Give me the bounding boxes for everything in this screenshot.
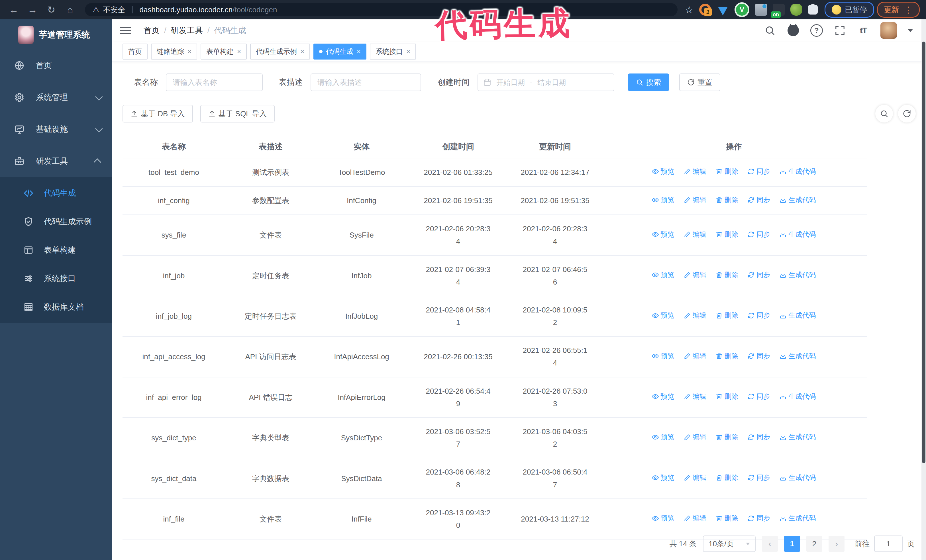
delete-link[interactable]: 删除 (716, 309, 738, 321)
sync-link[interactable]: 同步 (747, 194, 770, 206)
edit-link[interactable]: 编辑 (684, 229, 706, 240)
caret-down-icon[interactable] (908, 29, 913, 32)
preview-link[interactable]: 预览 (652, 391, 675, 403)
delete-link[interactable]: 删除 (716, 512, 738, 524)
profile-paused-badge[interactable]: 已暂停 (825, 2, 874, 18)
generate-code-link[interactable]: 生成代码 (779, 350, 816, 362)
kebab-menu-icon[interactable]: ⋮ (904, 5, 912, 15)
sidebar-item-home[interactable]: 首页 (0, 50, 112, 82)
refresh-icon[interactable] (898, 105, 916, 122)
generate-code-link[interactable]: 生成代码 (779, 512, 816, 524)
table-name-input[interactable] (166, 74, 263, 91)
edit-link[interactable]: 编辑 (684, 269, 706, 281)
import-db-button[interactable]: 基于 DB 导入 (123, 105, 193, 122)
sidebar-item-codegen[interactable]: 代码生成 (0, 179, 112, 207)
sidebar-item-system-api[interactable]: 系统接口 (0, 264, 112, 293)
prev-page-button[interactable]: ‹ (762, 536, 778, 552)
sync-link[interactable]: 同步 (747, 350, 770, 362)
sync-link[interactable]: 同步 (747, 166, 770, 177)
fullscreen-icon[interactable] (834, 24, 846, 37)
sidebar-item-form-builder[interactable]: 表单构建 (0, 236, 112, 264)
generate-code-link[interactable]: 生成代码 (779, 431, 816, 443)
security-label[interactable]: 不安全 (103, 5, 126, 15)
reset-button[interactable]: 重置 (679, 74, 720, 91)
tab-codegen[interactable]: 代码生成× (313, 44, 366, 60)
sidebar-item-codegen-example[interactable]: 代码生成示例 (0, 207, 112, 236)
tab-tracing[interactable]: 链路追踪× (151, 44, 197, 60)
tab-codegen-example[interactable]: 代码生成示例× (250, 44, 310, 60)
import-sql-button[interactable]: 基于 SQL 导入 (200, 105, 275, 122)
back-icon[interactable]: ← (6, 2, 21, 17)
close-icon[interactable]: × (188, 48, 191, 56)
menu-collapse-icon[interactable] (120, 26, 131, 35)
edit-link[interactable]: 编辑 (684, 350, 706, 362)
sync-link[interactable]: 同步 (747, 391, 770, 403)
tab-system-api[interactable]: 系统接口× (370, 44, 416, 60)
generate-code-link[interactable]: 生成代码 (779, 166, 816, 177)
sync-link[interactable]: 同步 (747, 309, 770, 321)
avatar[interactable] (881, 22, 897, 39)
page-button-1[interactable]: 1 (784, 536, 800, 552)
edit-link[interactable]: 编辑 (684, 472, 706, 484)
extension-green-icon[interactable]: V (735, 2, 749, 17)
close-icon[interactable]: × (357, 48, 361, 56)
scrollbar-track[interactable] (921, 20, 926, 560)
delete-link[interactable]: 删除 (716, 229, 738, 240)
edit-link[interactable]: 编辑 (684, 431, 706, 443)
preview-link[interactable]: 预览 (652, 269, 675, 281)
close-icon[interactable]: × (406, 48, 410, 56)
sync-link[interactable]: 同步 (747, 431, 770, 443)
edit-link[interactable]: 编辑 (684, 512, 706, 524)
sidebar-item-system[interactable]: 系统管理 (0, 82, 112, 113)
generate-code-link[interactable]: 生成代码 (779, 269, 816, 281)
generate-code-link[interactable]: 生成代码 (779, 391, 816, 403)
sync-link[interactable]: 同步 (747, 472, 770, 484)
next-page-button[interactable]: › (829, 536, 844, 552)
bookmark-star-icon[interactable]: ☆ (685, 4, 693, 15)
preview-link[interactable]: 预览 (652, 309, 675, 321)
preview-link[interactable]: 预览 (652, 431, 675, 443)
sync-link[interactable]: 同步 (747, 269, 770, 281)
date-range-picker[interactable]: 开始日期 - 结束日期 (478, 74, 614, 91)
github-icon[interactable] (787, 24, 799, 37)
preview-link[interactable]: 预览 (652, 350, 675, 362)
tab-form-builder[interactable]: 表单构建× (201, 44, 247, 60)
preview-link[interactable]: 预览 (652, 472, 675, 484)
delete-link[interactable]: 删除 (716, 350, 738, 362)
breadcrumb-item[interactable]: 研发工具 (171, 25, 203, 36)
edit-link[interactable]: 编辑 (684, 166, 706, 177)
preview-link[interactable]: 预览 (652, 194, 675, 206)
table-desc-input[interactable] (310, 74, 421, 91)
generate-code-link[interactable]: 生成代码 (779, 194, 816, 206)
search-button[interactable]: 搜索 (628, 74, 669, 91)
scrollbar-thumb[interactable] (922, 42, 925, 463)
goto-page-input[interactable] (874, 536, 903, 552)
sidebar-item-db-doc[interactable]: 数据库文档 (0, 293, 112, 321)
home-icon[interactable]: ⌂ (63, 2, 77, 17)
page-button-2[interactable]: 2 (806, 536, 822, 552)
tab-home[interactable]: 首页 (123, 44, 148, 60)
extensions-puzzle-icon[interactable] (808, 5, 818, 15)
edit-link[interactable]: 编辑 (684, 309, 706, 321)
sidebar-item-infra[interactable]: 基础设施 (0, 113, 112, 145)
delete-link[interactable]: 删除 (716, 166, 738, 177)
sync-link[interactable]: 同步 (747, 229, 770, 240)
browser-update-button[interactable]: 更新 ⋮ (877, 2, 920, 18)
breadcrumb-item[interactable]: 首页 (144, 25, 160, 36)
generate-code-link[interactable]: 生成代码 (779, 309, 816, 321)
font-size-icon[interactable]: tT (857, 24, 870, 37)
delete-link[interactable]: 删除 (716, 269, 738, 281)
delete-link[interactable]: 删除 (716, 194, 738, 206)
forward-icon[interactable]: → (25, 2, 40, 17)
generate-code-link[interactable]: 生成代码 (779, 229, 816, 240)
sidebar-item-devtools[interactable]: 研发工具 (0, 145, 112, 177)
reload-icon[interactable]: ↻ (44, 2, 59, 17)
edit-link[interactable]: 编辑 (684, 391, 706, 403)
extension-orange-icon[interactable]: 1 (699, 4, 711, 16)
page-size-select[interactable]: 10条/页 (703, 536, 756, 552)
question-icon[interactable]: ? (810, 24, 823, 37)
delete-link[interactable]: 删除 (716, 472, 738, 484)
preview-link[interactable]: 预览 (652, 512, 675, 524)
search-icon[interactable] (764, 24, 776, 37)
delete-link[interactable]: 删除 (716, 391, 738, 403)
